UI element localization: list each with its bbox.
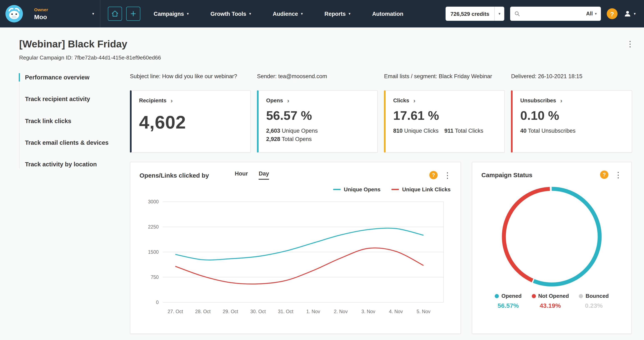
- chart-title: Campaign Status: [482, 171, 532, 178]
- svg-text:0: 0: [156, 300, 159, 305]
- opens-links-chart-card: Opens/Links clicked by Hour Day ? ⋮: [130, 162, 461, 334]
- sidebar-item-label: Track link clicks: [25, 118, 72, 124]
- stat-card-opens-link[interactable]: Opens ›: [266, 97, 370, 104]
- stat-card-unsubscribes: Unsubscribes › 0.10 % 40 Total Unsubscri…: [511, 90, 632, 153]
- stat-details: 40 Total Unsubscribes: [520, 127, 624, 135]
- stat-value: 4,602: [139, 112, 243, 133]
- stat-value: 0.10 %: [520, 109, 624, 123]
- nav-divider: [100, 0, 100, 27]
- user-icon: [624, 9, 632, 18]
- svg-text:4. Nov: 4. Nov: [389, 309, 403, 314]
- legend-bounced[interactable]: Bounced 0.23%: [579, 293, 608, 309]
- legend-value: 0.23%: [585, 302, 603, 309]
- meta-sender: Sender: tea@moosend.com: [257, 73, 378, 79]
- credits-dropdown[interactable]: 726,529 credits ▾: [445, 7, 504, 21]
- owner-account-menu[interactable]: Owner Moo ▾: [28, 0, 100, 27]
- home-icon: [111, 10, 119, 17]
- svg-text:5. Nov: 5. Nov: [417, 309, 430, 314]
- legend-unique-opens[interactable]: Unique Opens: [333, 186, 380, 192]
- kebab-menu-icon[interactable]: ⋮: [444, 171, 452, 179]
- sidebar-item-link-clicks[interactable]: Track link clicks: [20, 117, 118, 125]
- create-new-button[interactable]: [126, 7, 140, 21]
- legend-label: Bounced: [586, 293, 608, 299]
- meta-email-lists: Email lists / segment: Black Friday Webi…: [384, 73, 505, 79]
- meta-subject: Subject line: How did you like our webin…: [130, 73, 251, 79]
- stat-label: Recipients: [139, 97, 166, 104]
- moosend-logo[interactable]: [0, 0, 28, 27]
- sidebar-item-performance-overview[interactable]: Performance overview: [20, 73, 118, 82]
- search-icon: [514, 11, 520, 17]
- donut-chart: [500, 185, 604, 289]
- toggle-hour[interactable]: Hour: [235, 170, 248, 180]
- sidebar-item-label: Performance overview: [25, 74, 90, 81]
- svg-text:2250: 2250: [148, 224, 159, 230]
- owner-name: Moo: [34, 13, 48, 20]
- legend-dot: [495, 294, 499, 298]
- legend-label: Unique Opens: [344, 186, 380, 192]
- help-icon[interactable]: ?: [600, 170, 608, 179]
- toggle-day[interactable]: Day: [258, 170, 269, 180]
- nav-item-growth-tools[interactable]: Growth Tools ▾: [210, 10, 251, 17]
- stat-card-recipients-link[interactable]: Recipients ›: [139, 97, 243, 104]
- chevron-down-icon: ▾: [494, 7, 504, 21]
- search-box: All ▾: [510, 7, 601, 21]
- legend-value: 56.57%: [498, 302, 519, 309]
- page-kebab-menu-icon[interactable]: ⋮: [626, 40, 634, 48]
- chevron-right-icon: ›: [287, 97, 289, 104]
- sidebar-item-label: Track email clients & devices: [25, 139, 108, 146]
- nav-item-automation[interactable]: Automation: [372, 10, 403, 17]
- chevron-down-icon: ▾: [187, 12, 189, 15]
- sidebar-item-email-clients-devices[interactable]: Track email clients & devices: [20, 139, 118, 147]
- legend-label: Not Opened: [538, 293, 569, 299]
- sidebar-item-recipient-activity[interactable]: Track recipient activity: [20, 95, 118, 104]
- nav-item-label: Growth Tools: [210, 10, 246, 17]
- chevron-down-icon: ▾: [249, 12, 251, 15]
- sidebar-item-label: Track activity by location: [25, 161, 97, 168]
- stat-card-clicks-link[interactable]: Clicks ›: [393, 97, 497, 104]
- main-nav: Campaigns ▾ Growth Tools ▾ Audience ▾ Re…: [154, 10, 403, 17]
- stat-label: Opens: [266, 97, 283, 104]
- page-head: [Webinar] Black Friday ⋮ Regular Campaig…: [0, 27, 644, 61]
- svg-text:30. Oct: 30. Oct: [250, 309, 266, 314]
- stat-details: 2,603 Unique Opens 2,928 Total Opens: [266, 127, 370, 143]
- nav-item-label: Audience: [273, 10, 298, 17]
- credits-label: 726,529 credits: [445, 10, 494, 17]
- nav-item-label: Automation: [372, 10, 403, 17]
- svg-text:28. Oct: 28. Oct: [195, 309, 211, 314]
- line-chart: 075015002250300027. Oct28. Oct29. Oct30.…: [140, 195, 452, 319]
- legend-dot: [579, 294, 583, 298]
- stats-row: Recipients › 4,602 Opens › 56.57 % 2,603…: [130, 90, 632, 153]
- chevron-right-icon: ›: [413, 97, 416, 104]
- nav-item-label: Reports: [324, 10, 346, 17]
- owner-label: Owner: [34, 7, 48, 12]
- user-menu[interactable]: ▾: [624, 9, 636, 18]
- help-button[interactable]: ?: [607, 8, 618, 19]
- chevron-down-icon: ▾: [634, 12, 636, 15]
- stat-label: Clicks: [393, 97, 409, 104]
- campaign-status-card: Campaign Status ? ⋮ Opened: [472, 162, 632, 334]
- home-button[interactable]: [108, 7, 122, 21]
- kebab-menu-icon[interactable]: ⋮: [614, 171, 622, 179]
- report-main: Subject line: How did you like our webin…: [130, 73, 632, 334]
- sidebar-item-activity-by-location[interactable]: Track activity by location: [20, 160, 118, 169]
- search-scope-dropdown[interactable]: All ▾: [586, 11, 597, 17]
- stat-value: 17.61 %: [393, 109, 497, 123]
- stat-card-unsubscribes-link[interactable]: Unsubscribes ›: [520, 97, 624, 104]
- charts-row: Opens/Links clicked by Hour Day ? ⋮: [130, 162, 632, 334]
- search-scope-label: All: [586, 11, 593, 17]
- stat-label: Unsubscribes: [520, 97, 556, 104]
- nav-item-campaigns[interactable]: Campaigns ▾: [154, 10, 189, 17]
- legend-unique-link-clicks[interactable]: Unique Link Clicks: [391, 186, 450, 192]
- nav-item-audience[interactable]: Audience ▾: [273, 10, 303, 17]
- stat-card-recipients: Recipients › 4,602: [130, 90, 251, 153]
- chevron-down-icon: ▾: [301, 12, 303, 15]
- nav-item-label: Campaigns: [154, 10, 184, 17]
- line-swatch: [391, 189, 399, 190]
- search-input[interactable]: [524, 10, 583, 17]
- nav-item-reports[interactable]: Reports ▾: [324, 10, 350, 17]
- help-icon[interactable]: ?: [429, 171, 438, 179]
- legend-opened[interactable]: Opened 56.57%: [495, 293, 522, 309]
- stat-value: 56.57 %: [266, 109, 370, 123]
- chevron-down-icon: ▾: [348, 12, 350, 15]
- legend-not-opened[interactable]: Not Opened 43.19%: [532, 293, 569, 309]
